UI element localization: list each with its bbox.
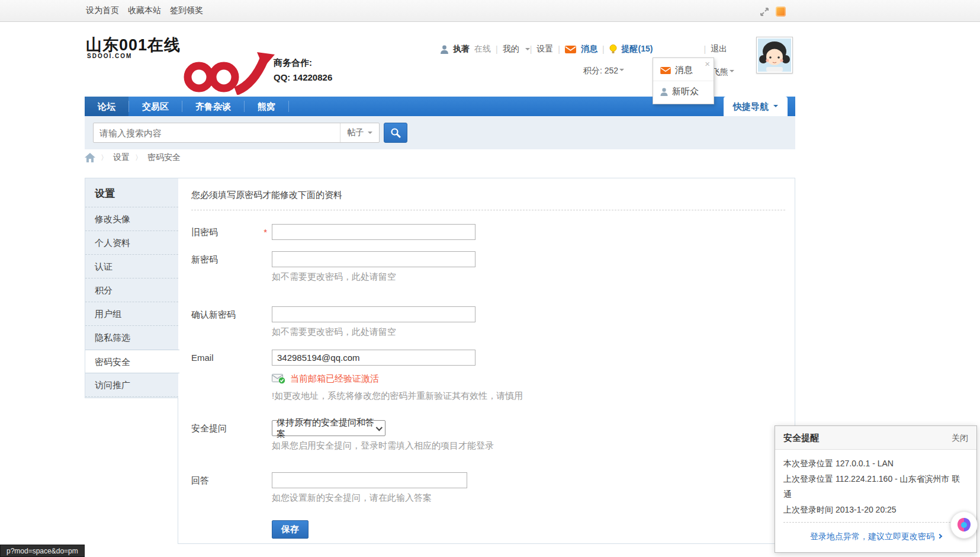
confirm-password-input[interactable] [272, 306, 475, 322]
search-band: 帖子 [85, 116, 795, 149]
user-toolbar: 执著 在线 | 我的 | 设置 | 消息 | 提醒(15) | 退出 [441, 44, 732, 55]
online-status: 在线 [474, 44, 491, 55]
sidebar-item-promotion[interactable]: 访问推广 [85, 373, 178, 397]
email-label: Email [191, 350, 272, 363]
security-question-hint: 如果您启用安全提问，登录时需填入相应的项目才能登录 [272, 440, 785, 451]
confirm-password-label: 确认新密码 [191, 306, 272, 321]
logo-001-mark-icon [176, 51, 277, 95]
answer-hint: 如您设置新的安全提问，请在此输入答案 [272, 492, 785, 503]
current-login-location: 本次登录位置 127.0.0.1 - LAN [783, 456, 968, 471]
envelope-verified-icon [272, 374, 285, 384]
status-url-tooltip: p?mod=space&do=pm [0, 545, 85, 557]
form-notice: 您必须填写原密码才能修改下面的资料 [191, 189, 785, 201]
sidebar-item-points[interactable]: 积分 [85, 278, 178, 302]
avatar-image [758, 39, 791, 72]
sidebar-item-password-security[interactable]: 密码安全 [85, 350, 179, 373]
user-icon [660, 88, 668, 96]
mail-icon [660, 67, 671, 74]
sidebar-item-usergroup[interactable]: 用户组 [85, 302, 178, 326]
logout-link[interactable]: 退出 [711, 44, 727, 55]
sidebar-title: 设置 [85, 178, 178, 207]
close-icon[interactable]: × [705, 59, 710, 69]
email-verified-text: 当前邮箱已经验证激活 [290, 373, 379, 385]
required-mark: * [264, 227, 267, 238]
chevron-right-icon [937, 534, 942, 539]
breadcrumb-password-security[interactable]: 密码安全 [147, 152, 181, 163]
user-icon [441, 45, 448, 54]
settings-sidebar: 设置 修改头像 个人资料 认证 积分 用户组 隐私筛选 密码安全 访问推广 [85, 178, 178, 398]
confirm-password-hint: 如不需要更改密码，此处请留空 [272, 326, 785, 337]
sidebar-item-avatar[interactable]: 修改头像 [85, 207, 178, 231]
caret-down-icon [619, 69, 624, 73]
password-security-panel: 您必须填写原密码才能修改下面的资料 旧密码 * 新密码 如不需要更改密码，此处请… [178, 178, 795, 544]
nav-tab-qilu-talk[interactable]: 齐鲁杂谈 [182, 97, 244, 116]
breadcrumb: 〉 设置 〉 密码安全 [85, 152, 181, 163]
site-header: 山东001在线 SDOOI.COM 商务合作: QQ: 14220826 执著 … [0, 23, 980, 97]
chevron-down-icon [376, 424, 383, 431]
signin-reward-link[interactable]: 签到领奖 [170, 5, 203, 16]
dropdown-item-new-followers[interactable]: 新听众 [653, 81, 714, 102]
notification-dropdown: × 消息 新听众 [653, 57, 714, 104]
my-menu[interactable]: 我的 [503, 44, 519, 55]
mail-icon [565, 46, 576, 53]
floating-badge[interactable] [950, 511, 978, 539]
security-question-label: 安全提问 [191, 420, 272, 434]
set-homepage-link[interactable]: 设为首页 [86, 5, 119, 16]
last-login-location: 上次登录位置 112.224.21.160 - 山东省滨州市 联通 [783, 471, 968, 502]
site-logo-domain: SDOOI.COM [87, 53, 132, 59]
search-button[interactable] [384, 123, 407, 143]
answer-input[interactable] [272, 472, 467, 488]
sidebar-item-verification[interactable]: 认证 [85, 255, 178, 278]
avatar[interactable] [756, 37, 793, 73]
answer-label: 回答 [191, 472, 272, 486]
email-warning: !如更改地址，系统将修改您的密码并重新验证其有效性，请慎用 [272, 390, 785, 401]
new-password-hint: 如不需要更改密码，此处请留空 [272, 271, 785, 282]
email-input[interactable] [272, 350, 475, 366]
search-input[interactable] [94, 123, 340, 142]
search-scope-select[interactable]: 帖子 [340, 123, 379, 142]
badge-icon [955, 516, 973, 534]
alerts-link[interactable]: 提醒(15) [622, 44, 653, 55]
sidebar-item-privacy[interactable]: 隐私筛选 [85, 326, 178, 350]
home-icon[interactable] [85, 153, 95, 163]
points-display[interactable]: 积分: 252 [583, 66, 624, 76]
search-icon [390, 127, 401, 138]
username[interactable]: 执著 [453, 44, 470, 55]
security-panel-title: 安全提醒 [783, 426, 819, 449]
security-question-select[interactable]: 保持原有的安全提问和答案 [272, 420, 385, 436]
expand-arrows-icon[interactable] [760, 7, 769, 17]
partner-link[interactable]: 飞熊 [712, 67, 734, 78]
topbar-links: 设为首页 收藏本站 签到领奖 [86, 5, 203, 16]
new-password-label: 新密码 [191, 251, 272, 265]
caret-down-icon [525, 48, 530, 53]
security-alert-panel: 安全提醒 关闭 本次登录位置 127.0.0.1 - LAN 上次登录位置 11… [775, 425, 977, 553]
old-password-input[interactable] [272, 224, 475, 240]
change-password-link[interactable]: 登录地点异常，建议立即更改密码 [783, 527, 968, 546]
search-box: 帖子 [93, 123, 380, 143]
old-password-label: 旧密码 * [191, 224, 272, 238]
new-password-input[interactable] [272, 251, 475, 267]
extension-app-icon[interactable] [776, 7, 786, 17]
browser-top-bar: 设为首页 收藏本站 签到领奖 [0, 0, 980, 22]
caret-down-icon [773, 105, 778, 110]
business-cooperation-text: 商务合作: QQ: 14220826 [274, 55, 332, 85]
breadcrumb-settings[interactable]: 设置 [113, 152, 130, 163]
security-panel-close[interactable]: 关闭 [952, 426, 968, 449]
nav-tab-forum[interactable]: 论坛 [85, 97, 128, 116]
last-login-time: 上次登录时间 2013-1-20 20:25 [783, 502, 968, 517]
email-verified-row: 当前邮箱已经验证激活 [272, 373, 785, 385]
bookmark-site-link[interactable]: 收藏本站 [128, 5, 161, 16]
caret-down-icon [368, 132, 372, 136]
caret-down-icon [730, 70, 734, 75]
messages-link[interactable]: 消息 [581, 44, 597, 55]
settings-link[interactable]: 设置 [536, 44, 553, 55]
quick-nav-button[interactable]: 快捷导航 [724, 97, 788, 116]
nav-tab-trade[interactable]: 交易区 [129, 97, 182, 116]
nav-tab-bear-den[interactable]: 熊窝 [245, 97, 288, 116]
sidebar-item-profile[interactable]: 个人资料 [85, 231, 178, 255]
bulb-icon [609, 44, 617, 54]
save-button[interactable]: 保存 [272, 520, 309, 539]
